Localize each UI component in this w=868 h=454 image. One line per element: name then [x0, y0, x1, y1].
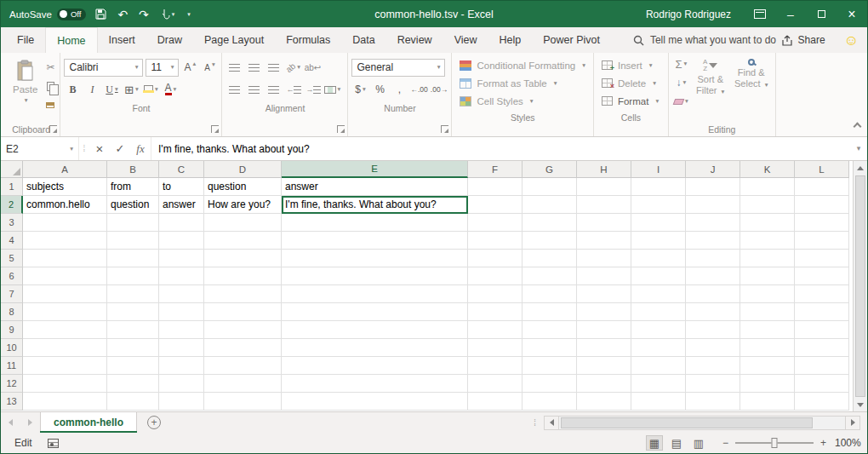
cell-B5[interactable] — [107, 250, 159, 267]
cell-H2[interactable] — [577, 196, 631, 214]
cell-F11[interactable] — [468, 357, 523, 375]
cell-G10[interactable] — [523, 339, 577, 357]
ribbon-display-options-button[interactable] — [745, 1, 775, 27]
redo-button[interactable]: ↷ — [139, 9, 149, 20]
row-header-11[interactable]: 11 — [1, 357, 23, 375]
cell-A6[interactable] — [23, 267, 107, 285]
cell-J5[interactable] — [686, 250, 740, 267]
cell-J8[interactable] — [686, 303, 740, 321]
cell-H3[interactable] — [577, 214, 631, 232]
cell-B13[interactable] — [107, 393, 159, 411]
increase-decimal-button[interactable]: ←.00 — [410, 80, 427, 99]
format-cells-button[interactable]: Format▾ — [597, 92, 665, 110]
tab-draw[interactable]: Draw — [146, 27, 193, 53]
cell-G7[interactable] — [523, 285, 577, 303]
cell-K10[interactable] — [740, 339, 795, 357]
cell-J3[interactable] — [686, 214, 740, 232]
sheet-tab-common-hello[interactable]: common-hello — [40, 412, 137, 433]
cell-E7[interactable] — [282, 285, 468, 303]
select-all-button[interactable] — [1, 161, 23, 178]
cell-K13[interactable] — [740, 393, 795, 411]
cell-E5[interactable] — [282, 250, 468, 267]
row-header-7[interactable]: 7 — [1, 285, 23, 303]
cell-L7[interactable] — [795, 285, 849, 303]
autosum-button[interactable]: Σ▾ — [674, 56, 688, 72]
row-header-6[interactable]: 6 — [1, 267, 23, 285]
cell-F1[interactable] — [468, 178, 523, 196]
cell-C7[interactable] — [159, 285, 204, 303]
tab-page-layout[interactable]: Page Layout — [193, 27, 275, 53]
cell-J1[interactable] — [686, 178, 740, 196]
cell-A5[interactable] — [23, 250, 107, 267]
cell-K3[interactable] — [740, 214, 795, 232]
cell-K7[interactable] — [740, 285, 795, 303]
cell-I5[interactable] — [631, 250, 686, 267]
cell-C1[interactable]: to — [159, 178, 204, 196]
cell-C3[interactable] — [159, 214, 204, 232]
cell-G1[interactable] — [523, 178, 577, 196]
copy-button[interactable] — [46, 78, 54, 94]
zoom-slider-knob[interactable] — [771, 438, 777, 448]
cell-I8[interactable] — [631, 303, 686, 321]
align-left-button[interactable] — [226, 80, 243, 99]
cell-F10[interactable] — [468, 339, 523, 357]
cell-J13[interactable] — [686, 393, 740, 411]
cell-F13[interactable] — [468, 393, 523, 411]
zoom-in-button[interactable]: + — [820, 437, 826, 449]
zoom-level[interactable]: 100% — [835, 437, 867, 449]
cell-E13[interactable] — [282, 393, 468, 411]
cell-E4[interactable] — [282, 232, 468, 250]
font-dialog-launcher[interactable] — [211, 125, 219, 133]
column-header-I[interactable]: I — [631, 161, 686, 178]
cell-G6[interactable] — [523, 267, 577, 285]
tab-help[interactable]: Help — [488, 27, 533, 53]
insert-function-button[interactable]: fx — [130, 137, 151, 160]
cell-H5[interactable] — [577, 250, 631, 267]
font-size-select[interactable]: 11▾ — [146, 59, 179, 77]
cell-I12[interactable] — [631, 375, 686, 393]
cell-I4[interactable] — [631, 232, 686, 250]
row-header-9[interactable]: 9 — [1, 321, 23, 339]
cell-E2[interactable]: I'm fine, thanks. What about you? — [282, 196, 468, 214]
cell-B1[interactable]: from — [107, 178, 159, 196]
cell-C8[interactable] — [159, 303, 204, 321]
cell-J4[interactable] — [686, 232, 740, 250]
number-format-select[interactable]: General▾ — [351, 59, 445, 77]
scroll-down-button[interactable] — [854, 398, 867, 411]
fill-button[interactable]: ↓▾ — [674, 75, 688, 90]
row-header-5[interactable]: 5 — [1, 250, 23, 267]
cell-B7[interactable] — [107, 285, 159, 303]
cell-B6[interactable] — [107, 267, 159, 285]
alignment-dialog-launcher[interactable] — [337, 125, 345, 133]
tab-review[interactable]: Review — [386, 27, 443, 53]
minimize-button[interactable]: – — [775, 1, 806, 27]
cell-L1[interactable] — [795, 178, 849, 196]
macro-record-button[interactable] — [48, 439, 59, 448]
cell-E1[interactable]: answer — [282, 178, 468, 196]
touch-mode-button[interactable]: ▾ — [160, 9, 175, 20]
cell-H6[interactable] — [577, 267, 631, 285]
cell-D13[interactable] — [204, 393, 282, 411]
cell-F7[interactable] — [468, 285, 523, 303]
cell-B10[interactable] — [107, 339, 159, 357]
scroll-right-button[interactable] — [845, 416, 860, 430]
cell-E6[interactable] — [282, 267, 468, 285]
zoom-slider[interactable] — [735, 442, 814, 444]
cell-K11[interactable] — [740, 357, 795, 375]
formula-input[interactable]: I'm fine, thanks. What about you? — [151, 137, 848, 160]
cell-D2[interactable]: How are you? — [204, 196, 282, 214]
cell-D9[interactable] — [204, 321, 282, 339]
page-break-view-button[interactable]: ▥ — [690, 435, 707, 451]
cell-B2[interactable]: question — [107, 196, 159, 214]
tab-split-handle[interactable]: ⁞ — [534, 417, 537, 428]
currency-format-button[interactable]: $▾ — [351, 80, 368, 99]
tab-data[interactable]: Data — [341, 27, 385, 53]
account-name[interactable]: Rodrigo Rodriguez — [646, 9, 731, 20]
format-as-table-button[interactable]: Format as Table▾ — [455, 74, 589, 92]
column-header-H[interactable]: H — [577, 161, 631, 178]
scroll-up-button[interactable] — [854, 161, 867, 175]
cell-J6[interactable] — [686, 267, 740, 285]
cell-G12[interactable] — [523, 375, 577, 393]
cell-J12[interactable] — [686, 375, 740, 393]
cell-F5[interactable] — [468, 250, 523, 267]
